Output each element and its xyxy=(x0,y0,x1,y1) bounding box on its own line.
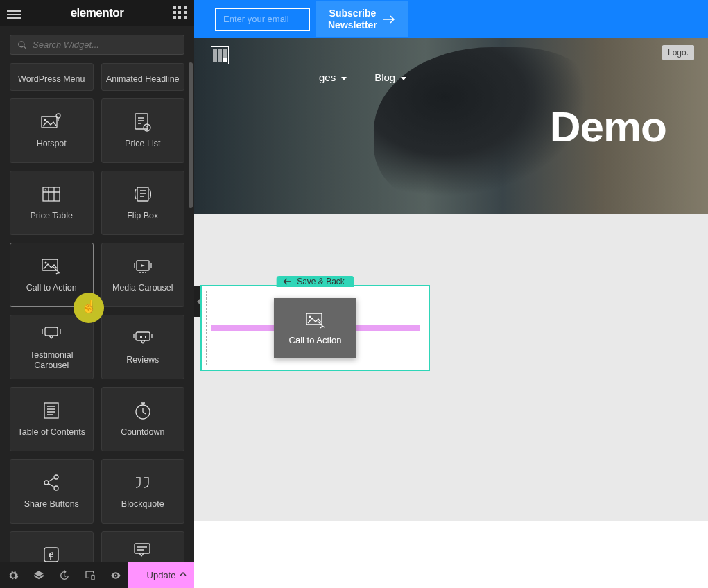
widget-label: Hotspot xyxy=(37,139,67,149)
call-to-action-icon xyxy=(41,257,62,276)
widget-flip-box[interactable]: Flip Box xyxy=(101,171,185,235)
svg-point-2 xyxy=(56,114,60,118)
svg-rect-23 xyxy=(135,544,150,553)
apps-grid-icon[interactable] xyxy=(173,6,187,20)
newsletter-bar: SubscribeNewsletter xyxy=(194,0,708,38)
widget-hotspot[interactable]: Hotspot xyxy=(10,98,94,163)
search-box[interactable] xyxy=(10,35,184,55)
brand-logo: elementor xyxy=(71,6,124,20)
widget-reviews[interactable]: Reviews xyxy=(101,315,185,379)
drop-target-section[interactable]: Save & Back Call to Action xyxy=(200,285,430,371)
subscribe-label: SubscribeNewsletter xyxy=(328,8,377,31)
chevron-up-icon[interactable] xyxy=(179,570,187,580)
settings-button[interactable] xyxy=(0,562,26,589)
svg-point-19 xyxy=(44,481,49,485)
chevron-down-icon xyxy=(340,71,347,83)
widget-media-carousel[interactable]: Media Carousel xyxy=(101,243,185,307)
update-label: Update xyxy=(147,570,176,580)
call-to-action-icon xyxy=(305,311,326,329)
svg-rect-17 xyxy=(44,403,58,418)
preview-button[interactable] xyxy=(103,562,128,589)
countdown-icon xyxy=(134,401,152,420)
svg-point-14 xyxy=(145,272,146,273)
content-area: Save & Back Call to Action xyxy=(194,214,708,521)
hotspot-icon xyxy=(41,112,62,132)
editor-canvas: SubscribeNewsletter Logo. ges Blog Demo … xyxy=(194,0,708,588)
widget-label: Price List xyxy=(125,139,160,149)
history-button[interactable] xyxy=(51,562,77,589)
widget-label: Share Buttons xyxy=(24,499,79,510)
email-field[interactable] xyxy=(215,8,310,31)
search-container xyxy=(0,26,194,63)
widget-price-table[interactable]: $ Price Table xyxy=(10,171,94,235)
chevron-down-icon xyxy=(399,71,406,83)
svg-text:$: $ xyxy=(45,188,47,192)
widget-label: Price Table xyxy=(30,211,73,221)
widget-label: Table of Contents xyxy=(18,427,85,438)
gear-icon xyxy=(8,570,19,581)
search-icon xyxy=(17,40,27,50)
arrow-left-icon xyxy=(283,278,291,285)
hero-section[interactable]: Logo. ges Blog Demo xyxy=(194,38,708,214)
widget-label: Reviews xyxy=(126,355,159,365)
widget-table-of-contents[interactable]: Table of Contents xyxy=(10,387,94,451)
drag-ghost-label: Call to Action xyxy=(289,335,342,345)
price-table-icon: $ xyxy=(42,184,61,204)
flip-box-icon xyxy=(135,184,151,204)
save-back-tab[interactable]: Save & Back xyxy=(276,276,354,287)
nav-item-pages[interactable]: ges xyxy=(319,71,347,83)
svg-text:$: $ xyxy=(146,126,148,130)
elementor-sidebar: elementor WordPress Menu Animated Headli… xyxy=(0,0,194,588)
hero-title[interactable]: Demo xyxy=(550,101,666,150)
widget-testimonial-carousel[interactable]: Testimonial Carousel xyxy=(10,315,94,379)
arrow-right-icon xyxy=(383,15,395,24)
svg-rect-16 xyxy=(136,332,150,340)
svg-point-1 xyxy=(44,119,46,121)
svg-point-10 xyxy=(45,262,47,264)
share-buttons-icon xyxy=(42,473,60,492)
scrollbar-thumb[interactable] xyxy=(189,62,193,208)
testimonial-carousel-icon xyxy=(41,324,62,343)
eye-icon xyxy=(110,570,121,581)
widget-label: Countdown xyxy=(121,427,164,438)
widget-animated-headline[interactable]: Animated Headline xyxy=(101,63,185,91)
svg-rect-15 xyxy=(45,327,58,336)
svg-point-21 xyxy=(54,486,58,490)
price-list-icon: $ xyxy=(134,112,152,132)
drag-ghost-call-to-action[interactable]: Call to Action xyxy=(274,298,356,358)
widget-price-list[interactable]: $ Price List xyxy=(101,98,185,163)
widget-blockquote[interactable]: Blockquote xyxy=(101,459,185,524)
widget-label: Blockquote xyxy=(121,499,164,510)
drop-inner[interactable]: Call to Action xyxy=(206,291,424,365)
responsive-button[interactable] xyxy=(77,562,103,589)
svg-rect-8 xyxy=(137,187,148,201)
widget-facebook-button[interactable]: Facebook Button xyxy=(10,531,94,562)
widget-wordpress-menu[interactable]: WordPress Menu xyxy=(10,63,94,91)
subscribe-button[interactable]: SubscribeNewsletter xyxy=(316,1,408,37)
svg-point-20 xyxy=(54,475,58,479)
reviews-icon xyxy=(132,329,153,348)
svg-point-12 xyxy=(139,272,141,273)
add-section-icon[interactable] xyxy=(211,46,229,64)
widget-countdown[interactable]: Countdown xyxy=(101,387,185,451)
nav-menu: ges Blog xyxy=(319,71,406,83)
facebook-button-icon xyxy=(42,545,60,562)
menu-icon[interactable] xyxy=(7,8,21,18)
update-button[interactable]: Update xyxy=(128,562,194,589)
facebook-comments-icon xyxy=(132,540,153,560)
widget-facebook-comments[interactable]: Facebook Comments xyxy=(101,531,185,562)
nav-item-blog[interactable]: Blog xyxy=(374,71,406,83)
navigator-button[interactable] xyxy=(26,562,51,589)
media-carousel-icon xyxy=(132,257,154,276)
widget-label: Animated Headline xyxy=(106,74,180,85)
logo-badge[interactable]: Logo. xyxy=(662,45,694,60)
devices-icon xyxy=(85,570,96,581)
widget-label: Media Carousel xyxy=(112,283,173,293)
svg-rect-0 xyxy=(42,116,57,128)
search-input[interactable] xyxy=(33,40,177,50)
table-of-contents-icon xyxy=(43,401,60,420)
widget-share-buttons[interactable]: Share Buttons xyxy=(10,459,94,524)
widget-label: Testimonial Carousel xyxy=(13,350,90,371)
cursor-indicator xyxy=(74,293,104,323)
widget-label: Flip Box xyxy=(127,211,158,221)
